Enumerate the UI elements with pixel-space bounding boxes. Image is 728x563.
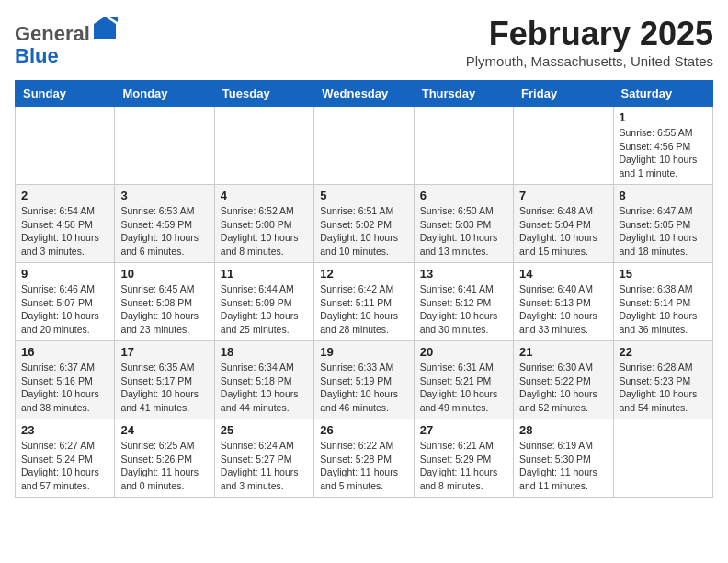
day-number: 3 — [120, 189, 208, 202]
calendar-cell: 16Sunrise: 6:37 AM Sunset: 5:16 PM Dayli… — [16, 341, 115, 419]
calendar-week-row: 2Sunrise: 6:54 AM Sunset: 4:58 PM Daylig… — [16, 185, 713, 263]
day-number: 4 — [221, 189, 308, 202]
day-number: 16 — [21, 345, 108, 359]
day-info: Sunrise: 6:48 AM Sunset: 5:04 PM Dayligh… — [519, 204, 607, 259]
calendar-cell: 25Sunrise: 6:24 AM Sunset: 5:27 PM Dayli… — [214, 419, 313, 498]
day-info: Sunrise: 6:52 AM Sunset: 5:00 PM Dayligh… — [221, 204, 308, 259]
calendar-cell: 7Sunrise: 6:48 AM Sunset: 5:04 PM Daylig… — [514, 185, 613, 263]
day-info: Sunrise: 6:24 AM Sunset: 5:27 PM Dayligh… — [221, 439, 308, 493]
day-info: Sunrise: 6:35 AM Sunset: 5:17 PM Dayligh… — [120, 361, 208, 415]
day-info: Sunrise: 6:31 AM Sunset: 5:21 PM Dayligh… — [420, 361, 507, 415]
calendar-cell: 23Sunrise: 6:27 AM Sunset: 5:24 PM Dayli… — [16, 419, 115, 498]
calendar-cell: 10Sunrise: 6:45 AM Sunset: 5:08 PM Dayli… — [115, 263, 214, 341]
calendar-body: 1Sunrise: 6:55 AM Sunset: 4:56 PM Daylig… — [16, 107, 713, 498]
header-day: Sunday — [16, 81, 115, 107]
calendar-cell: 5Sunrise: 6:51 AM Sunset: 5:02 PM Daylig… — [314, 185, 414, 263]
header-day: Wednesday — [314, 81, 414, 107]
calendar-cell: 26Sunrise: 6:22 AM Sunset: 5:28 PM Dayli… — [314, 419, 414, 498]
day-info: Sunrise: 6:42 AM Sunset: 5:11 PM Dayligh… — [320, 282, 407, 337]
day-number: 14 — [519, 267, 607, 281]
calendar-cell: 8Sunrise: 6:47 AM Sunset: 5:05 PM Daylig… — [613, 185, 712, 263]
day-info: Sunrise: 6:53 AM Sunset: 4:59 PM Dayligh… — [120, 204, 208, 259]
logo-icon — [92, 15, 118, 40]
calendar-cell — [16, 107, 115, 185]
header-day: Friday — [514, 81, 613, 107]
day-info: Sunrise: 6:55 AM Sunset: 4:56 PM Dayligh… — [620, 126, 707, 180]
calendar-cell: 17Sunrise: 6:35 AM Sunset: 5:17 PM Dayli… — [115, 341, 214, 419]
calendar-cell: 27Sunrise: 6:21 AM Sunset: 5:29 PM Dayli… — [414, 419, 513, 498]
calendar-week-row: 23Sunrise: 6:27 AM Sunset: 5:24 PM Dayli… — [16, 419, 713, 498]
calendar-cell: 12Sunrise: 6:42 AM Sunset: 5:11 PM Dayli… — [314, 263, 414, 341]
day-number: 5 — [320, 189, 407, 202]
logo: General Blue — [15, 15, 118, 67]
day-info: Sunrise: 6:41 AM Sunset: 5:12 PM Dayligh… — [420, 282, 507, 337]
calendar-cell: 20Sunrise: 6:31 AM Sunset: 5:21 PM Dayli… — [414, 341, 513, 419]
day-number: 7 — [519, 189, 607, 202]
header-day: Thursday — [414, 81, 513, 107]
location: Plymouth, Massachusetts, United States — [466, 53, 713, 69]
calendar-cell: 22Sunrise: 6:28 AM Sunset: 5:23 PM Dayli… — [613, 341, 712, 419]
calendar-cell: 3Sunrise: 6:53 AM Sunset: 4:59 PM Daylig… — [115, 185, 214, 263]
day-info: Sunrise: 6:46 AM Sunset: 5:07 PM Dayligh… — [21, 282, 108, 337]
day-info: Sunrise: 6:54 AM Sunset: 4:58 PM Dayligh… — [21, 204, 108, 259]
day-number: 17 — [120, 345, 208, 359]
calendar-cell: 28Sunrise: 6:19 AM Sunset: 5:30 PM Dayli… — [514, 419, 613, 498]
calendar-cell: 6Sunrise: 6:50 AM Sunset: 5:03 PM Daylig… — [414, 185, 513, 263]
header-day: Tuesday — [214, 81, 313, 107]
day-number: 18 — [221, 345, 308, 359]
header-day: Saturday — [613, 81, 712, 107]
day-number: 25 — [221, 423, 308, 437]
month-year: February 2025 — [466, 15, 713, 53]
calendar-cell: 1Sunrise: 6:55 AM Sunset: 4:56 PM Daylig… — [613, 107, 712, 185]
page-header: General Blue February 2025 Plymouth, Mas… — [15, 15, 713, 69]
calendar-cell: 24Sunrise: 6:25 AM Sunset: 5:26 PM Dayli… — [115, 419, 214, 498]
calendar-header: SundayMondayTuesdayWednesdayThursdayFrid… — [16, 81, 713, 107]
day-number: 24 — [120, 423, 208, 437]
calendar-cell: 4Sunrise: 6:52 AM Sunset: 5:00 PM Daylig… — [214, 185, 313, 263]
day-number: 8 — [620, 189, 707, 202]
calendar-cell — [314, 107, 414, 185]
day-info: Sunrise: 6:37 AM Sunset: 5:16 PM Dayligh… — [21, 361, 108, 415]
day-info: Sunrise: 6:34 AM Sunset: 5:18 PM Dayligh… — [221, 361, 308, 415]
day-number: 21 — [519, 345, 607, 359]
calendar-cell: 18Sunrise: 6:34 AM Sunset: 5:18 PM Dayli… — [214, 341, 313, 419]
day-number: 28 — [519, 423, 607, 437]
day-number: 22 — [620, 345, 707, 359]
day-number: 6 — [420, 189, 507, 202]
day-info: Sunrise: 6:44 AM Sunset: 5:09 PM Dayligh… — [221, 282, 308, 337]
calendar-cell: 11Sunrise: 6:44 AM Sunset: 5:09 PM Dayli… — [214, 263, 313, 341]
day-info: Sunrise: 6:38 AM Sunset: 5:14 PM Dayligh… — [620, 282, 707, 337]
svg-marker-0 — [94, 17, 116, 39]
calendar-cell: 15Sunrise: 6:38 AM Sunset: 5:14 PM Dayli… — [613, 263, 712, 341]
day-info: Sunrise: 6:40 AM Sunset: 5:13 PM Dayligh… — [519, 282, 607, 337]
calendar-cell — [115, 107, 214, 185]
day-info: Sunrise: 6:28 AM Sunset: 5:23 PM Dayligh… — [620, 361, 707, 415]
day-number: 19 — [320, 345, 407, 359]
day-number: 27 — [420, 423, 507, 437]
calendar-cell — [613, 419, 712, 498]
day-info: Sunrise: 6:45 AM Sunset: 5:08 PM Dayligh… — [120, 282, 208, 337]
calendar-cell: 9Sunrise: 6:46 AM Sunset: 5:07 PM Daylig… — [16, 263, 115, 341]
day-number: 1 — [620, 110, 707, 124]
calendar-table: SundayMondayTuesdayWednesdayThursdayFrid… — [15, 80, 713, 498]
calendar-cell: 19Sunrise: 6:33 AM Sunset: 5:19 PM Dayli… — [314, 341, 414, 419]
calendar-cell: 13Sunrise: 6:41 AM Sunset: 5:12 PM Dayli… — [414, 263, 513, 341]
title-block: February 2025 Plymouth, Massachusetts, U… — [466, 15, 713, 69]
day-number: 20 — [420, 345, 507, 359]
day-number: 23 — [21, 423, 108, 437]
calendar-cell: 14Sunrise: 6:40 AM Sunset: 5:13 PM Dayli… — [514, 263, 613, 341]
day-number: 26 — [320, 423, 407, 437]
day-info: Sunrise: 6:33 AM Sunset: 5:19 PM Dayligh… — [320, 361, 407, 415]
calendar-week-row: 16Sunrise: 6:37 AM Sunset: 5:16 PM Dayli… — [16, 341, 713, 419]
logo-blue-text: Blue — [15, 44, 59, 67]
day-info: Sunrise: 6:50 AM Sunset: 5:03 PM Dayligh… — [420, 204, 507, 259]
day-info: Sunrise: 6:27 AM Sunset: 5:24 PM Dayligh… — [21, 439, 108, 493]
calendar-cell: 21Sunrise: 6:30 AM Sunset: 5:22 PM Dayli… — [514, 341, 613, 419]
day-info: Sunrise: 6:21 AM Sunset: 5:29 PM Dayligh… — [420, 439, 507, 493]
calendar-cell — [414, 107, 513, 185]
day-number: 9 — [21, 267, 108, 281]
day-info: Sunrise: 6:22 AM Sunset: 5:28 PM Dayligh… — [320, 439, 407, 493]
calendar-week-row: 1Sunrise: 6:55 AM Sunset: 4:56 PM Daylig… — [16, 107, 713, 185]
calendar-cell: 2Sunrise: 6:54 AM Sunset: 4:58 PM Daylig… — [16, 185, 115, 263]
day-number: 13 — [420, 267, 507, 281]
